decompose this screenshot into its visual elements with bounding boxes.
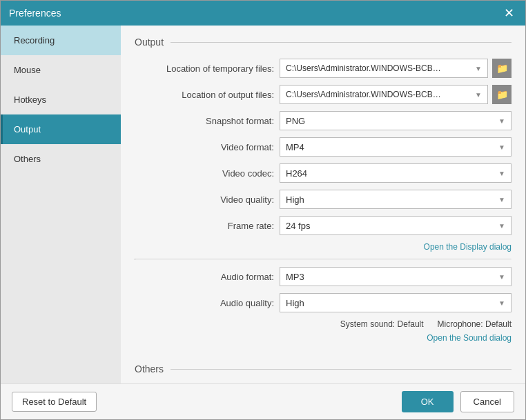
- others-section: Others Enable hardware acceleration: [121, 357, 525, 383]
- audio-format-dropdown[interactable]: MP3 ▼: [280, 267, 512, 286]
- video-format-value: MP4: [286, 142, 304, 152]
- system-sound-value: Default: [398, 319, 424, 329]
- audio-format-arrow-icon: ▼: [498, 273, 505, 281]
- video-format-control: MP4 ▼: [280, 137, 512, 157]
- video-codec-dropdown[interactable]: H264 ▼: [280, 163, 512, 183]
- snapshot-format-label: Snapshot format:: [135, 116, 280, 126]
- video-codec-label: Video codec:: [135, 168, 280, 179]
- title-bar: Preferences ✕: [1, 1, 525, 26]
- frame-rate-dropdown[interactable]: 24 fps ▼: [280, 216, 512, 235]
- output-files-folder-button[interactable]: 📁: [492, 85, 512, 104]
- audio-format-label: Audio format:: [135, 272, 280, 282]
- video-quality-arrow-icon: ▼: [498, 196, 505, 203]
- microphone-info: Microphone: Default: [438, 319, 512, 329]
- others-section-title: Others: [135, 363, 512, 374]
- frame-rate-label: Frame rate:: [135, 221, 280, 231]
- folder-icon: 📁: [496, 63, 508, 74]
- ok-button[interactable]: OK: [402, 391, 454, 412]
- dialog-title: Preferences: [9, 8, 61, 19]
- video-format-dropdown[interactable]: MP4 ▼: [280, 137, 512, 157]
- sidebar: Recording Mouse Hotkeys Output Others: [1, 26, 121, 383]
- video-format-row: Video format: MP4 ▼: [135, 137, 512, 157]
- video-format-arrow-icon: ▼: [498, 143, 505, 151]
- system-sound-info: System sound: Default: [340, 319, 424, 329]
- system-sound-label: System sound:: [340, 319, 395, 329]
- video-codec-arrow-icon: ▼: [498, 170, 505, 177]
- snapshot-format-row: Snapshot format: PNG ▼: [135, 111, 512, 130]
- microphone-value: Default: [485, 319, 512, 329]
- temp-files-label: Location of temporary files:: [135, 63, 280, 74]
- temp-files-arrow-icon: ▼: [475, 65, 482, 72]
- footer-buttons: OK Cancel: [402, 391, 514, 412]
- sidebar-item-hotkeys[interactable]: Hotkeys: [1, 85, 121, 114]
- video-quality-label: Video quality:: [135, 194, 280, 205]
- display-dialog-link[interactable]: Open the Display dialog: [424, 242, 512, 252]
- audio-format-row: Audio format: MP3 ▼: [135, 267, 512, 286]
- video-quality-row: Video quality: High ▼: [135, 190, 512, 209]
- sidebar-item-mouse[interactable]: Mouse: [1, 55, 121, 85]
- footer: Reset to Default OK Cancel: [1, 383, 525, 419]
- frame-rate-control: 24 fps ▼: [280, 216, 512, 235]
- video-quality-dropdown[interactable]: High ▼: [280, 190, 512, 209]
- frame-rate-row: Frame rate: 24 fps ▼: [135, 216, 512, 235]
- close-button[interactable]: ✕: [501, 7, 517, 19]
- display-link-row: Open the Display dialog: [135, 242, 512, 252]
- system-sound-row: System sound: Default Microphone: Defaul…: [135, 319, 512, 329]
- output-files-dropdown[interactable]: C:\Users\Administrator.WINDOWS-BCBV1B5\ …: [280, 85, 488, 104]
- sidebar-label-output: Output: [14, 124, 41, 134]
- temp-files-dropdown[interactable]: C:\Users\Administrator.WINDOWS-BCBV1B5\ …: [280, 59, 488, 78]
- frame-rate-arrow-icon: ▼: [498, 222, 505, 230]
- sidebar-item-output[interactable]: Output: [1, 114, 121, 144]
- sound-dialog-link[interactable]: Open the Sound dialog: [427, 333, 512, 343]
- sidebar-label-others: Others: [14, 154, 41, 164]
- divider: [135, 259, 512, 260]
- video-quality-control: High ▼: [280, 190, 512, 209]
- microphone-label: Microphone:: [438, 319, 483, 329]
- video-quality-value: High: [286, 194, 304, 205]
- folder-icon-2: 📁: [496, 89, 508, 100]
- snapshot-arrow-icon: ▼: [498, 117, 505, 125]
- output-section-title: Output: [135, 37, 512, 48]
- temp-files-value: C:\Users\Administrator.WINDOWS-BCBV1B5\: [286, 63, 445, 73]
- audio-quality-label: Audio quality:: [135, 298, 280, 308]
- reset-button[interactable]: Reset to Default: [12, 392, 97, 412]
- snapshot-format-control: PNG ▼: [280, 111, 512, 130]
- output-files-control: C:\Users\Administrator.WINDOWS-BCBV1B5\ …: [280, 85, 512, 104]
- cancel-button[interactable]: Cancel: [460, 391, 514, 412]
- main-area: Recording Mouse Hotkeys Output Others Ou…: [1, 26, 525, 383]
- output-files-value: C:\Users\Administrator.WINDOWS-BCBV1B5\: [286, 90, 445, 99]
- output-section: Output Location of temporary files: C:\U…: [121, 26, 525, 357]
- sidebar-label-mouse: Mouse: [14, 65, 41, 75]
- audio-format-control: MP3 ▼: [280, 267, 512, 286]
- content-area: Output Location of temporary files: C:\U…: [121, 26, 525, 383]
- video-codec-control: H264 ▼: [280, 163, 512, 183]
- output-files-row: Location of output files: C:\Users\Admin…: [135, 85, 512, 104]
- video-codec-row: Video codec: H264 ▼: [135, 163, 512, 183]
- output-files-arrow-icon: ▼: [475, 91, 482, 99]
- video-format-label: Video format:: [135, 142, 280, 152]
- output-files-label: Location of output files:: [135, 90, 280, 100]
- audio-quality-arrow-icon: ▼: [498, 299, 505, 307]
- sidebar-item-others[interactable]: Others: [1, 144, 121, 174]
- temp-files-folder-button[interactable]: 📁: [492, 59, 512, 78]
- audio-quality-row: Audio quality: High ▼: [135, 293, 512, 312]
- sound-link-row: Open the Sound dialog: [135, 333, 512, 343]
- sidebar-label-hotkeys: Hotkeys: [14, 94, 46, 105]
- sidebar-label-recording: Recording: [14, 35, 55, 46]
- preferences-dialog: Preferences ✕ Recording Mouse Hotkeys Ou…: [0, 0, 526, 420]
- audio-quality-dropdown[interactable]: High ▼: [280, 293, 512, 312]
- frame-rate-value: 24 fps: [286, 221, 310, 231]
- audio-quality-value: High: [286, 298, 304, 308]
- snapshot-format-dropdown[interactable]: PNG ▼: [280, 111, 512, 130]
- audio-format-value: MP3: [286, 272, 304, 282]
- audio-quality-control: High ▼: [280, 293, 512, 312]
- temp-files-row: Location of temporary files: C:\Users\Ad…: [135, 59, 512, 78]
- video-codec-value: H264: [286, 168, 307, 179]
- snapshot-format-value: PNG: [286, 116, 305, 126]
- temp-files-control: C:\Users\Administrator.WINDOWS-BCBV1B5\ …: [280, 59, 512, 78]
- sidebar-item-recording[interactable]: Recording: [1, 26, 121, 55]
